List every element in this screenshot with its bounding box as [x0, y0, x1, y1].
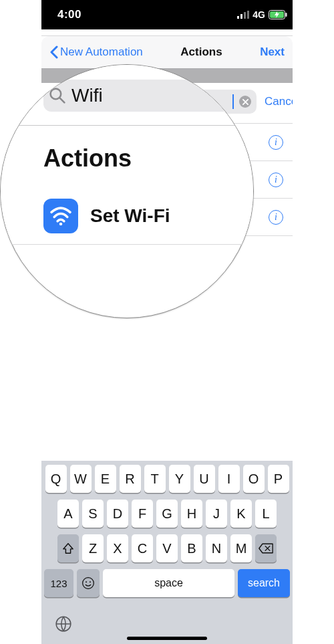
info-button[interactable]: i: [269, 210, 283, 225]
keyboard-row-2: A S D F G H J K L: [44, 500, 290, 528]
nav-bar: New Automation Actions Next: [41, 36, 293, 68]
key-l[interactable]: L: [255, 500, 277, 528]
globe-icon[interactable]: [55, 615, 72, 633]
battery-charging-icon: [269, 10, 287, 19]
keyboard-row-3: Z X C V B N M: [44, 534, 290, 562]
clear-icon: [242, 99, 248, 105]
back-button[interactable]: New Automation: [49, 45, 143, 59]
backspace-icon: [259, 543, 273, 554]
chevron-left-icon: [49, 45, 59, 59]
emoji-icon: [81, 576, 95, 590]
clear-search-button[interactable]: [239, 96, 251, 108]
keyboard-row-1: Q W E R T Y U I O P: [44, 465, 290, 493]
keyboard-row-4: 123 space search: [44, 569, 290, 597]
list-item-label: Set Wi-Fi: [90, 205, 170, 227]
key-m[interactable]: M: [230, 534, 252, 562]
key-s[interactable]: S: [82, 500, 104, 528]
home-indicator: [127, 637, 207, 640]
shift-icon: [62, 542, 74, 554]
key-z[interactable]: Z: [82, 534, 104, 562]
next-button[interactable]: Next: [260, 45, 285, 59]
back-label: New Automation: [60, 45, 143, 59]
info-icon: i: [275, 138, 277, 147]
search-key[interactable]: search: [238, 569, 290, 597]
shift-key[interactable]: [57, 534, 79, 562]
key-g[interactable]: G: [156, 500, 178, 528]
key-i[interactable]: I: [218, 465, 240, 493]
key-k[interactable]: K: [230, 500, 252, 528]
key-n[interactable]: N: [206, 534, 227, 562]
key-x[interactable]: X: [107, 534, 128, 562]
key-b[interactable]: B: [181, 534, 202, 562]
svg-rect-0: [237, 16, 239, 19]
svg-line-15: [60, 98, 65, 103]
key-y[interactable]: Y: [169, 465, 190, 493]
svg-point-10: [83, 578, 94, 589]
page-title: Actions: [180, 45, 222, 59]
svg-point-11: [86, 581, 87, 582]
key-e[interactable]: E: [95, 465, 116, 493]
section-title: Actions: [1, 126, 253, 187]
search-icon: [49, 87, 66, 104]
key-q[interactable]: Q: [45, 465, 67, 493]
magnifier-lens: Actions Set Wi-Fi: [0, 64, 254, 318]
key-u[interactable]: U: [194, 465, 215, 493]
network-label: 4G: [253, 9, 265, 20]
info-button[interactable]: i: [269, 135, 283, 150]
status-time: 4:00: [57, 8, 81, 21]
key-f[interactable]: F: [132, 500, 153, 528]
info-button[interactable]: i: [269, 173, 283, 187]
emoji-key[interactable]: [77, 569, 100, 597]
key-h[interactable]: H: [181, 500, 202, 528]
key-t[interactable]: T: [144, 465, 166, 493]
svg-point-16: [59, 222, 62, 225]
key-o[interactable]: O: [243, 465, 265, 493]
wifi-icon: [43, 199, 78, 233]
svg-rect-1: [240, 14, 242, 19]
svg-point-12: [90, 581, 91, 582]
list-item[interactable]: Set Wi-Fi: [1, 187, 253, 245]
svg-rect-2: [244, 12, 246, 19]
space-key[interactable]: space: [103, 569, 234, 597]
numbers-key[interactable]: 123: [44, 569, 73, 597]
key-a[interactable]: A: [57, 500, 79, 528]
info-icon: i: [275, 175, 277, 185]
svg-point-14: [51, 89, 61, 100]
status-bar: 4:00 4G: [0, 0, 334, 29]
backspace-key[interactable]: [255, 534, 277, 562]
key-j[interactable]: J: [206, 500, 227, 528]
key-c[interactable]: C: [132, 534, 153, 562]
cellular-signal-icon: [237, 11, 249, 19]
keyboard: Q W E R T Y U I O P A S D F G H J K L: [41, 461, 293, 644]
svg-rect-6: [286, 13, 287, 17]
svg-rect-3: [247, 11, 249, 19]
key-p[interactable]: P: [268, 465, 289, 493]
text-cursor: [232, 94, 234, 109]
key-d[interactable]: D: [107, 500, 128, 528]
key-r[interactable]: R: [120, 465, 141, 493]
key-v[interactable]: V: [156, 534, 178, 562]
info-icon: i: [275, 213, 277, 222]
key-w[interactable]: W: [70, 465, 92, 493]
